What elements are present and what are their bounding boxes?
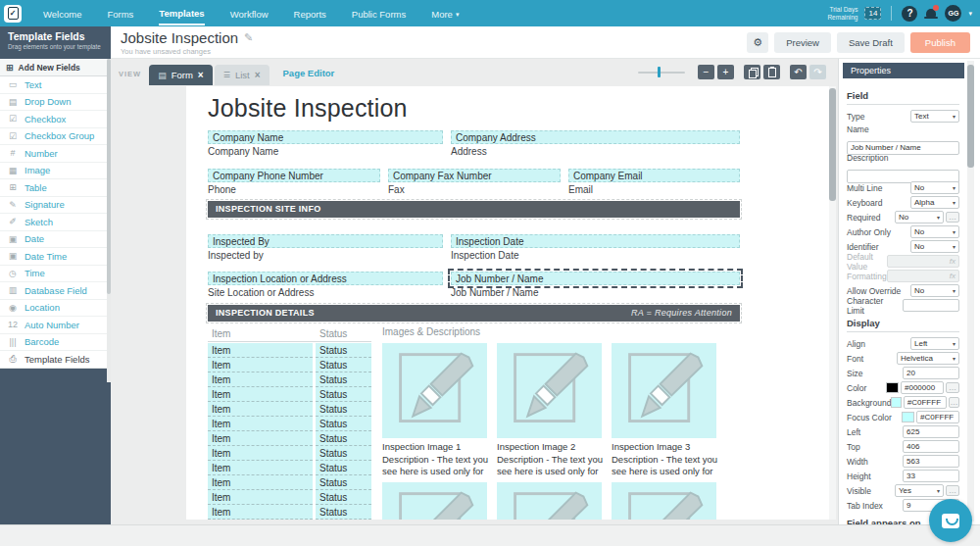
property-input-width[interactable]: [903, 455, 959, 468]
inspection-image-2[interactable]: [497, 343, 602, 438]
form-field-company-fax-number[interactable]: Company Fax NumberFax: [388, 169, 561, 195]
table-cell[interactable]: Item: [208, 490, 313, 505]
sidebar-item-signature[interactable]: ✎Signature: [0, 197, 111, 215]
property-input-size[interactable]: [903, 367, 959, 379]
inspection-image-row2-3[interactable]: [612, 482, 716, 521]
nav-item-templates[interactable]: Templates: [159, 1, 204, 25]
property-select-required[interactable]: No▾: [895, 211, 944, 223]
nav-item-reports[interactable]: Reports: [294, 2, 326, 25]
sidebar-item-checkbox-group[interactable]: ☑Checkbox Group: [0, 128, 111, 146]
settings-gear-button[interactable]: ⚙: [747, 32, 768, 53]
table-cell[interactable]: Status: [316, 431, 371, 446]
property-select-font[interactable]: Helvetica▾: [897, 352, 959, 365]
table-cell[interactable]: Item: [208, 358, 313, 372]
property-input-height[interactable]: [903, 470, 959, 482]
nav-item-public-forms[interactable]: Public Forms: [352, 2, 406, 25]
ellipsis-button[interactable]: …: [949, 397, 959, 408]
inspection-image-row2-2[interactable]: [497, 482, 602, 521]
table-cell[interactable]: Item: [208, 343, 313, 358]
property-input-left[interactable]: [903, 425, 959, 438]
chat-bubble-button[interactable]: [929, 499, 972, 542]
property-select-author-only[interactable]: No▾: [910, 225, 959, 238]
table-cell[interactable]: Status: [316, 372, 371, 387]
property-select-visible[interactable]: Yes▾: [895, 484, 944, 497]
copy-button[interactable]: [744, 65, 760, 79]
sidebar-item-auto-number[interactable]: 12Auto Number: [0, 317, 111, 334]
color-swatch-background[interactable]: [891, 397, 901, 408]
sidebar-item-text[interactable]: ▭Text: [0, 76, 111, 94]
inspection-image-1[interactable]: [382, 343, 487, 438]
zoom-slider-handle[interactable]: [658, 67, 661, 77]
page-editor-link[interactable]: Page Editor: [283, 68, 335, 78]
nav-item-welcome[interactable]: Welcome: [43, 2, 81, 25]
table-cell[interactable]: Status: [316, 475, 371, 490]
property-input-background[interactable]: [904, 396, 947, 409]
sidebar-item-table[interactable]: ⊞Table: [0, 179, 111, 197]
form-field-job-number-name[interactable]: Job Number / NameJob Number / Name: [451, 272, 740, 298]
nav-item-workflow[interactable]: Workflow: [230, 2, 269, 25]
property-input-focus-color[interactable]: [916, 411, 959, 423]
inspection-image-row2-1[interactable]: [382, 482, 487, 521]
property-select-allow-override[interactable]: No▾: [910, 284, 959, 297]
table-cell[interactable]: Item: [208, 461, 313, 475]
help-icon[interactable]: ?: [902, 6, 917, 22]
preview-button[interactable]: Preview: [774, 32, 831, 53]
sidebar-item-location[interactable]: ◉Location: [0, 300, 111, 318]
chevron-down-icon[interactable]: ▾: [968, 10, 972, 18]
form-field-inspection-date[interactable]: Inspection DateInspection Date: [451, 234, 740, 261]
ellipsis-button[interactable]: …: [946, 212, 959, 223]
publish-button[interactable]: Publish: [910, 32, 970, 53]
nav-item-more[interactable]: More▾: [431, 2, 459, 25]
table-cell[interactable]: Item: [208, 417, 313, 431]
property-select-type[interactable]: Text▾: [910, 110, 959, 123]
ellipsis-button[interactable]: …: [946, 485, 959, 496]
table-cell[interactable]: Status: [316, 417, 371, 431]
table-cell[interactable]: Status: [316, 343, 371, 358]
sidebar-item-date-time[interactable]: ▣Date Time: [0, 248, 111, 266]
sidebar-item-time[interactable]: ◷Time: [0, 266, 111, 283]
nav-item-forms[interactable]: Forms: [107, 2, 133, 25]
table-cell[interactable]: Item: [208, 475, 313, 490]
section-inspection-site-info[interactable]: INSPECTION SITE INFO: [208, 201, 740, 218]
sidebar-item-checkbox[interactable]: ☑Checkbox: [0, 111, 111, 128]
redo-button[interactable]: ↷: [809, 65, 826, 79]
form-title[interactable]: Jobsite Inspection: [208, 94, 408, 123]
sidebar-item-barcode[interactable]: |||Barcode: [0, 334, 111, 352]
inspection-image-3[interactable]: [612, 343, 716, 438]
zoom-slider[interactable]: [638, 67, 685, 77]
color-swatch-color[interactable]: [886, 382, 899, 393]
tab-list[interactable]: ☰ List ×: [215, 65, 270, 85]
table-cell[interactable]: Status: [316, 461, 371, 475]
table-cell[interactable]: Item: [208, 387, 313, 402]
app-logo[interactable]: ✓: [4, 5, 22, 23]
table-cell[interactable]: Item: [208, 431, 313, 446]
property-select-multi-line[interactable]: No▾: [910, 181, 959, 194]
table-cell[interactable]: Status: [316, 446, 371, 461]
form-field-company-address[interactable]: Company AddressAddress: [451, 130, 740, 157]
form-field-inspected-by[interactable]: Inspected ByInspected by: [208, 234, 443, 261]
property-input-character-limit[interactable]: [903, 299, 959, 312]
property-input-color[interactable]: [901, 381, 944, 394]
section-inspection-details[interactable]: INSPECTION DETAILS RA = Requires Attenti…: [208, 305, 740, 322]
paste-button[interactable]: [763, 65, 780, 79]
undo-button[interactable]: ↶: [790, 65, 807, 79]
table-cell[interactable]: Item: [208, 446, 313, 461]
sidebar-item-template-fields[interactable]: ⎙ Template Fields: [0, 351, 111, 369]
table-cell[interactable]: Status: [316, 402, 371, 417]
zoom-out-button[interactable]: −: [698, 65, 714, 79]
table-cell[interactable]: Status: [316, 387, 371, 402]
save-draft-button[interactable]: Save Draft: [837, 32, 905, 53]
notifications-bell-icon[interactable]: [924, 7, 938, 21]
sidebar-item-database-field[interactable]: ▥Database Field: [0, 282, 111, 300]
sidebar-item-drop-down[interactable]: ▤Drop Down: [0, 94, 111, 112]
sidebar-item-date[interactable]: ▣Date: [0, 231, 111, 249]
tab-form[interactable]: ▤ Form ×: [149, 65, 213, 85]
close-icon[interactable]: ×: [198, 70, 204, 80]
form-field-company-name[interactable]: Company NameCompany Name: [208, 130, 443, 157]
properties-scrollbar[interactable]: [967, 61, 974, 521]
sidebar-item-sketch[interactable]: ✐Sketch: [0, 214, 111, 231]
property-select-keyboard[interactable]: Alpha▾: [910, 196, 959, 209]
property-select-identifier[interactable]: No▾: [910, 240, 959, 253]
table-cell[interactable]: Status: [316, 505, 371, 520]
table-cell[interactable]: Item: [208, 505, 313, 520]
